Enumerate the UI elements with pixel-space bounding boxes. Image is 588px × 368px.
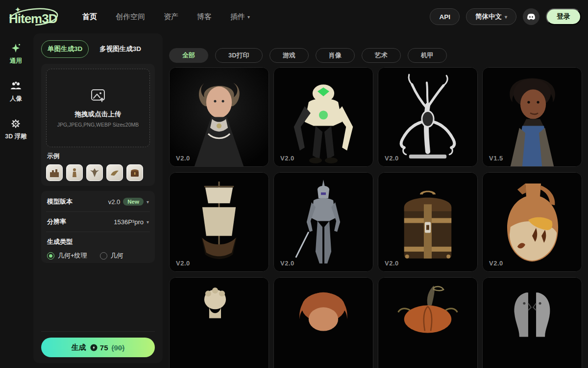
main-content: Hitem3D blender Hitem3D For Blender plug… xyxy=(163,33,588,368)
nav-item-plugins-label: 插件 xyxy=(230,12,245,22)
rail-label: 3D 浮雕 xyxy=(5,132,26,141)
version-label: V2.0 xyxy=(280,260,294,267)
model-preview xyxy=(170,278,269,368)
filter-art[interactable]: 艺术 xyxy=(362,48,401,63)
gallery-card-ancient-jug[interactable]: V2.0 xyxy=(482,172,582,272)
resolution-text: 1536P³pro xyxy=(114,218,144,226)
model-preview xyxy=(483,278,582,368)
category-filters: 全部 3D打印 游戏 肖像 艺术 机甲 xyxy=(169,48,582,63)
rail-item-portrait[interactable]: 人像 xyxy=(10,80,23,103)
people-icon xyxy=(10,80,23,92)
rail-label: 人像 xyxy=(10,95,22,103)
model-version-row[interactable]: 模型版本 v2.0 New ▾ xyxy=(46,192,150,211)
language-label: 简体中文 xyxy=(475,12,502,21)
gallery-card-pumpkin[interactable] xyxy=(378,277,478,368)
model-preview xyxy=(170,68,269,166)
example-thumb-chest[interactable] xyxy=(126,164,143,181)
filter-game[interactable]: 游戏 xyxy=(270,48,309,63)
login-button[interactable]: 登录 xyxy=(546,8,581,25)
upload-title: 拖拽或点击上传 xyxy=(75,110,122,119)
filter-portrait[interactable]: 肖像 xyxy=(316,48,355,63)
generation-type-label: 生成类型 xyxy=(47,238,73,245)
rail-item-3d-relief[interactable]: 3D 浮雕 xyxy=(5,118,26,141)
radio-selected-icon xyxy=(47,252,54,260)
nav-item-home[interactable]: 首页 xyxy=(82,12,97,22)
gallery-card-marble-bust[interactable] xyxy=(169,277,269,368)
resolution-value: 1536P³pro ▾ xyxy=(114,218,149,226)
gallery-card-twin-faces[interactable] xyxy=(482,277,582,368)
version-label: V2.0 xyxy=(176,260,190,267)
gallery-card-sailing-ship[interactable]: V2.0 xyxy=(169,172,269,272)
discord-icon xyxy=(527,13,536,20)
gallery-card-armored-knight[interactable]: V2.0 xyxy=(273,172,373,272)
gallery-card-victorian-woman-bust[interactable]: V2.0 xyxy=(169,67,269,167)
upload-hint: JPG,JPEG,PNG,WEBP Size≤20MB xyxy=(57,122,139,128)
gallery-card-tree-creature[interactable]: V2.0 xyxy=(378,67,478,167)
resolution-row[interactable]: 分辨率 1536P³pro ▾ xyxy=(46,211,150,232)
language-selector[interactable]: 简体中文 ▾ xyxy=(466,8,516,25)
model-preview xyxy=(378,278,477,368)
example-thumb-dragon[interactable] xyxy=(106,164,123,181)
sparkle-icon xyxy=(10,42,22,54)
gallery-card-redhead-portrait[interactable] xyxy=(273,277,373,368)
settings-section: 模型版本 v2.0 New ▾ 分辨率 1536P³pro ▾ 生成类型 xyxy=(41,191,155,263)
filter-mecha[interactable]: 机甲 xyxy=(408,48,447,63)
example-thumb-warrior[interactable] xyxy=(66,164,83,181)
radio-unselected-icon xyxy=(100,252,107,260)
version-label: V2.0 xyxy=(176,155,190,162)
radio-label: 几何 xyxy=(111,251,123,260)
hitem3d-logo[interactable]: ✦ Hitem3D xyxy=(6,4,61,29)
nav-item-assets[interactable]: 资产 xyxy=(164,12,178,22)
tab-single-image-to-3d[interactable]: 单图生成3D xyxy=(41,40,89,58)
generation-tabs: 单图生成3D 多视图生成3D xyxy=(41,40,155,58)
gallery-card-woman-portrait[interactable]: V1.5 xyxy=(482,67,582,167)
version-label: V1.5 xyxy=(489,155,503,162)
upload-dropzone[interactable]: 拖拽或点击上传 JPG,JPEG,PNG,WEBP Size≤20MB xyxy=(46,69,150,147)
nav-item-workspace[interactable]: 创作空间 xyxy=(116,12,145,22)
nav-item-blog[interactable]: 博客 xyxy=(197,12,212,22)
generation-type-group: 生成类型 几何+纹理 几何 xyxy=(46,232,150,262)
example-thumbnails xyxy=(46,164,150,181)
header: ✦ Hitem3D 首页 创作空间 资产 博客 插件 ▾ API 简体中文 ▾ … xyxy=(0,0,588,33)
nav-item-plugins[interactable]: 插件 ▾ xyxy=(230,12,250,22)
example-thumb-gargoyle[interactable] xyxy=(86,164,103,181)
gallery-card-treasure-chest[interactable]: V2.0 xyxy=(378,172,478,272)
radio-label: 几何+纹理 xyxy=(58,251,87,260)
image-upload-icon xyxy=(90,88,106,103)
model-version-text: v2.0 xyxy=(108,198,121,206)
main-nav: 首页 创作空间 资产 博客 插件 ▾ xyxy=(82,12,250,22)
generate-label: 生成 xyxy=(72,343,86,352)
tab-multiview-to-3d[interactable]: 多视图生成3D xyxy=(94,41,147,57)
rail-item-general[interactable]: 通用 xyxy=(10,42,22,65)
model-preview xyxy=(483,173,582,271)
examples-label: 示例 xyxy=(47,152,150,160)
version-label: V2.0 xyxy=(489,260,503,267)
model-preview xyxy=(274,173,373,271)
discord-button[interactable] xyxy=(523,8,539,25)
rail-label: 通用 xyxy=(10,57,22,65)
example-thumb-castle[interactable] xyxy=(46,164,63,181)
generate-area: 生成 75 (90) xyxy=(41,331,155,357)
model-preview xyxy=(378,68,477,166)
relief-gear-icon xyxy=(10,118,22,130)
radio-geometry-only[interactable]: 几何 xyxy=(100,251,123,260)
left-rail: 通用 人像 3D 浮雕 xyxy=(0,33,32,368)
logo-text: Hitem3D xyxy=(9,11,57,26)
generation-panel: 单图生成3D 多视图生成3D 拖拽或点击上传 JPG,JPEG,PNG,WEBP… xyxy=(33,33,163,363)
new-badge: New xyxy=(123,198,144,206)
api-button[interactable]: API xyxy=(430,8,460,25)
filter-3d-print[interactable]: 3D打印 xyxy=(215,48,263,63)
model-preview xyxy=(274,68,373,166)
chevron-down-icon: ▾ xyxy=(247,14,250,20)
generate-button[interactable]: 生成 75 (90) xyxy=(41,338,155,357)
generate-old-cost: (90) xyxy=(112,343,125,352)
model-version-value: v2.0 New ▾ xyxy=(108,198,149,206)
model-preview xyxy=(170,173,269,271)
chevron-down-icon: ▾ xyxy=(505,14,507,20)
header-right: API 简体中文 ▾ 登录 xyxy=(430,8,581,25)
model-preview xyxy=(483,68,582,166)
filter-all[interactable]: 全部 xyxy=(169,48,208,63)
gallery-card-mech-robot[interactable]: V2.0 xyxy=(273,67,373,167)
radio-geometry-texture[interactable]: 几何+纹理 xyxy=(47,251,87,260)
model-gallery: V2.0 V2.0 xyxy=(169,67,582,368)
